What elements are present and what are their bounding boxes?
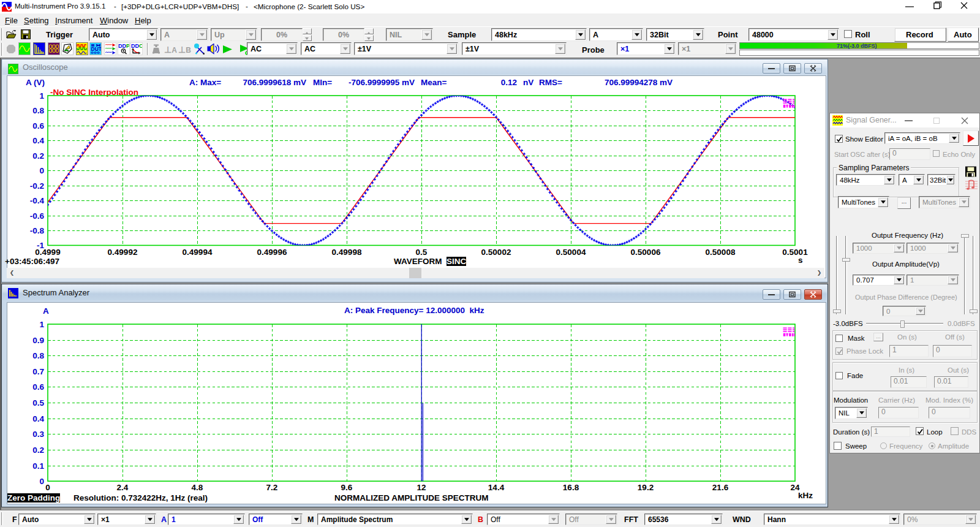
svg-text:DDP: DDP — [118, 43, 129, 49]
svg-text:DDC: DDC — [131, 43, 142, 49]
svg-text:DUT: DUT — [91, 46, 102, 52]
